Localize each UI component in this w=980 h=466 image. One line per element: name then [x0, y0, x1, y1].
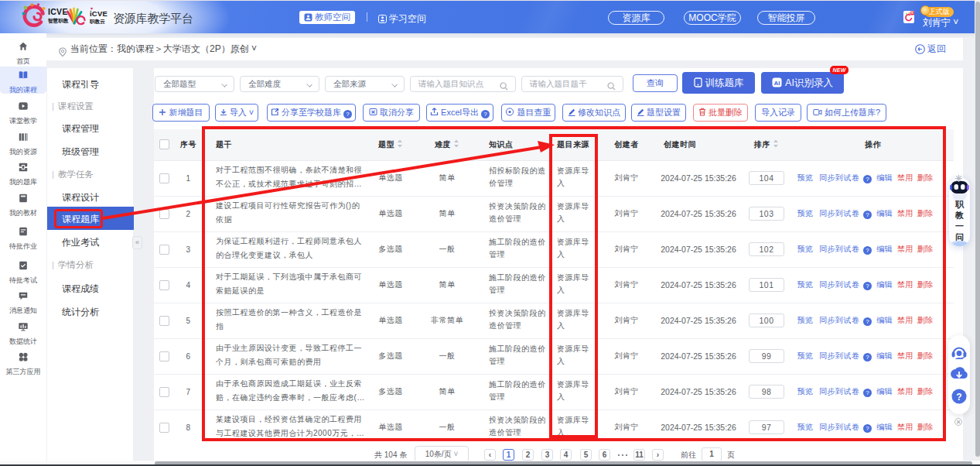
svg-text:教: 教 — [954, 211, 964, 220]
svg-text:职: 职 — [954, 200, 965, 209]
svg-text:新: 新 — [911, 11, 914, 15]
svg-text:?: ? — [956, 392, 961, 403]
svg-text:问: 问 — [955, 232, 964, 242]
svg-text:一: 一 — [955, 221, 964, 231]
svg-text:AI: AI — [774, 80, 780, 87]
